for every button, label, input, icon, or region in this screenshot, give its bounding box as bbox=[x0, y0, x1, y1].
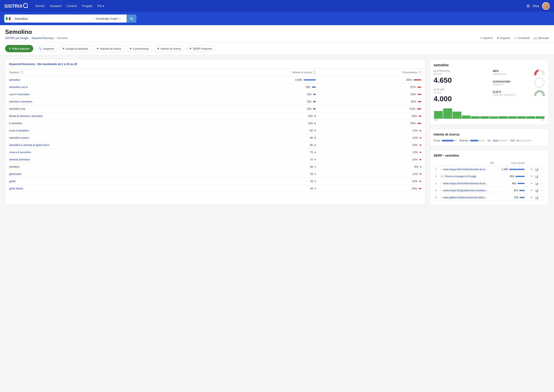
table-row: semola semolino 70 14% bbox=[5, 156, 425, 163]
concorrenza-help-icon[interactable]: ? bbox=[418, 71, 421, 74]
keyword-cell[interactable]: grieß bbox=[5, 178, 195, 185]
keyword-cell[interactable]: semola e semolino bbox=[5, 98, 195, 105]
breadcrumb-keyword-discovery[interactable]: Keyword Discovery bbox=[32, 37, 54, 40]
serp-rank: 5 bbox=[434, 194, 439, 201]
keyword-cell[interactable]: cosa e il semolino bbox=[5, 149, 195, 156]
filter-bar: + Filtra adesso 🔍 Keyword + Gruppi di ke… bbox=[0, 42, 554, 55]
table-row: grieß 50 14% bbox=[5, 178, 425, 185]
chart-icon[interactable]: 📊 bbox=[535, 168, 539, 171]
serp-clicks: 326 bbox=[514, 196, 518, 199]
download-icon: ⬇ bbox=[497, 36, 499, 40]
serp-row: 3 ↗ www.misya.info/ricetta/minestra-di-s… bbox=[434, 180, 545, 187]
table-row: semolino cos 250 31% bbox=[5, 105, 425, 112]
main-nav: Domini Keyword Content Progetti Più ▾ bbox=[35, 4, 104, 8]
arrow-icon[interactable]: → bbox=[540, 189, 543, 192]
chart-icon[interactable]: 📊 bbox=[535, 196, 539, 199]
keyword-cell[interactable]: semolino cosa e bbox=[5, 134, 195, 141]
nav-piu[interactable]: Più ▾ bbox=[97, 4, 104, 8]
search-input[interactable] bbox=[12, 15, 92, 22]
view-icon[interactable]: 👁 bbox=[530, 189, 533, 192]
table-row: semolino cosa e 80 12% bbox=[5, 134, 425, 141]
keyword-cell[interactable]: semolino cos bbox=[5, 105, 195, 112]
chart-icon[interactable]: 📊 bbox=[535, 182, 539, 185]
nav-content[interactable]: Content bbox=[66, 4, 77, 8]
view-icon[interactable]: 👁 bbox=[530, 168, 533, 171]
arrow-icon[interactable]: → bbox=[540, 196, 543, 199]
manuale-button[interactable]: 📖 Manuale bbox=[533, 36, 549, 40]
keyword-cell[interactable]: farina di semola e semolino bbox=[5, 112, 195, 120]
logo[interactable]: SISTRIX bbox=[4, 3, 28, 9]
view-icon[interactable]: 👁 bbox=[530, 175, 533, 178]
search-type-selector[interactable]: Knowledge Graph ▾ bbox=[92, 15, 126, 22]
volume-cell: 50 bbox=[195, 170, 320, 178]
serp-url[interactable]: Ricerca immagini di Google bbox=[445, 175, 477, 178]
filter-gruppi[interactable]: + Gruppi di keyword bbox=[59, 45, 91, 52]
serp-clicks-bar bbox=[519, 197, 525, 198]
keyword-cell[interactable]: semolino cos è bbox=[5, 84, 195, 91]
nav-domini[interactable]: Domini bbox=[35, 4, 45, 8]
volume-cell: 100 bbox=[195, 112, 320, 120]
volume-cell: 70 bbox=[195, 156, 320, 163]
avatar[interactable] bbox=[542, 2, 550, 10]
keyword-table: Keyword ? Volume di ricerca ? Concorrenz… bbox=[5, 69, 425, 192]
filter-icon: ▾ bbox=[481, 37, 482, 40]
concorrenza-cell: 19% bbox=[320, 112, 425, 120]
external-link-icon: ↗ bbox=[440, 182, 442, 185]
serp-title: SERP - semolino bbox=[434, 154, 545, 157]
concorrenza-cell: 12% bbox=[320, 149, 425, 156]
chart-icon[interactable]: 📊 bbox=[535, 175, 539, 178]
serp-rank: 4 bbox=[434, 187, 439, 194]
keyword-cell[interactable]: griesmeel bbox=[5, 170, 195, 178]
view-icon[interactable]: 👁 bbox=[530, 182, 533, 185]
serp-url[interactable]: www.misya.info/ricetta/minestra-di-se... bbox=[443, 182, 488, 185]
opzioni-button[interactable]: ▾ Opzioni bbox=[481, 36, 493, 40]
filter-keyword[interactable]: 🔍 Keyword bbox=[35, 46, 57, 52]
table-row: cosa e il semolino 70 12% bbox=[5, 149, 425, 156]
serp-url[interactable]: www.galbani.it/abcucina/come-fare/c... bbox=[443, 196, 487, 199]
keyword-cell[interactable]: semolino e semola di grano duro bbox=[5, 141, 195, 149]
keyword-cell[interactable]: gries farina bbox=[5, 185, 195, 192]
breadcrumb: SISTRIX per Google › Keyword Discovery ›… bbox=[5, 37, 68, 40]
right-panel: semolino ⊘ Ø Ricerche al mese 4.650 bbox=[430, 59, 549, 205]
external-link-icon: ↗ bbox=[440, 196, 442, 199]
keyword-cell[interactable]: il semolino bbox=[5, 120, 195, 127]
concorrenza-cell: 26% bbox=[320, 91, 425, 98]
serp-col-url: URL bbox=[439, 160, 497, 166]
nav-keyword[interactable]: Keyword bbox=[50, 4, 61, 8]
keyword-help-icon[interactable]: ? bbox=[21, 71, 23, 74]
nav-progetti[interactable]: Progetti bbox=[82, 4, 92, 8]
serp-url[interactable]: www.misya.info/ricetta/minestra-di-se... bbox=[443, 168, 488, 171]
country-flag[interactable]: 🇮🇹 bbox=[4, 15, 12, 22]
serp-clicks-bar bbox=[509, 169, 525, 170]
concorrenza-cell: 25% bbox=[320, 98, 425, 105]
arrow-icon[interactable]: → bbox=[540, 175, 543, 178]
arrow-icon[interactable]: → bbox=[540, 168, 543, 171]
svg-line-2 bbox=[27, 7, 28, 8]
avg-ricerche-block: ⊘ Ø Ricerche al mese 4.650 bbox=[434, 69, 486, 84]
volume-cell: 100 bbox=[195, 120, 320, 127]
keyword-cell[interactable]: cos è il semolino bbox=[5, 91, 195, 98]
serp-url[interactable]: www.misya.info/guide/come-cucinare-... bbox=[443, 189, 488, 192]
grid-icon[interactable]: ⊞ bbox=[526, 4, 530, 8]
filter-concorrenza[interactable]: + Concorrenza bbox=[126, 45, 152, 52]
volume-cell: 50 bbox=[195, 178, 320, 185]
chart-icon[interactable]: 📊 bbox=[535, 189, 539, 192]
filter-intento[interactable]: + Intento di ricerca bbox=[154, 45, 184, 52]
serp-table: URL Click stimati 1 ↗ www.misya.info/ric… bbox=[434, 160, 545, 201]
condividi-button[interactable]: ↗ Condividi bbox=[514, 36, 529, 40]
view-icon[interactable]: 👁 bbox=[530, 196, 533, 199]
arrow-icon[interactable]: → bbox=[540, 182, 543, 185]
filter-volume[interactable]: + Volume di ricerca bbox=[93, 45, 124, 52]
volume-help-icon[interactable]: ? bbox=[313, 71, 316, 74]
search-button[interactable] bbox=[126, 14, 136, 23]
filter-add-button[interactable]: + Filtra adesso bbox=[5, 45, 33, 52]
keyword-cell[interactable]: semola semolino bbox=[5, 156, 195, 163]
esporta-button[interactable]: ⬇ Esporta bbox=[497, 36, 510, 40]
serp-row: 2 G Ricerca immagini di Google 692 👁 📊 → bbox=[434, 173, 545, 180]
keyword-cell[interactable]: semolino bbox=[5, 76, 195, 84]
filter-serp[interactable]: + SERP Features bbox=[186, 45, 215, 52]
keyword-cell[interactable]: cose il semolino bbox=[5, 127, 195, 134]
table-panel: Keyword Discovery - Sto mostrando da 1 a… bbox=[5, 59, 425, 205]
breadcrumb-sistrix[interactable]: SISTRIX per Google bbox=[5, 37, 28, 40]
keyword-cell[interactable]: semilino bbox=[5, 163, 195, 170]
